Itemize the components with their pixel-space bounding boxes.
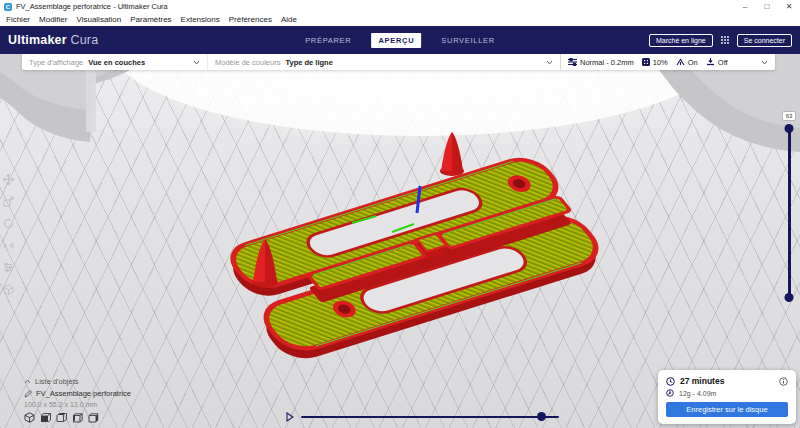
infill-value: 10% xyxy=(653,58,668,67)
view-right-icon[interactable] xyxy=(88,412,99,423)
pencil-icon xyxy=(24,390,32,398)
brand-logo: Ultimaker Cura xyxy=(8,33,98,47)
print-time: 27 minutes xyxy=(680,376,724,386)
view-settings-toolbar: Type d'affichage Vue en couches Modèle d… xyxy=(22,54,775,70)
menu-aide[interactable]: Aide xyxy=(281,15,297,24)
tab-surveiller[interactable]: SURVEILLER xyxy=(434,33,502,48)
move-icon[interactable] xyxy=(3,174,14,185)
app-grid-icon[interactable] xyxy=(720,35,730,45)
rotate-icon[interactable] xyxy=(3,218,14,229)
sign-in-button[interactable]: Se connecter xyxy=(737,34,792,47)
camera-view-presets xyxy=(24,412,131,423)
layer-slider-lower-handle[interactable] xyxy=(785,293,794,302)
mirror-icon[interactable] xyxy=(3,240,14,251)
adhesion-icon xyxy=(706,58,715,66)
maximize-button[interactable]: □ xyxy=(756,0,778,13)
menu-extensions[interactable]: Extensions xyxy=(181,15,220,24)
infill-icon xyxy=(642,58,650,66)
object-list-item[interactable]: FV_Assemblage perforatrice xyxy=(24,389,131,398)
view-front-icon[interactable] xyxy=(40,412,51,423)
chevron-up-icon xyxy=(24,379,31,384)
tool-column xyxy=(3,174,14,295)
brand-bold: Ultimaker xyxy=(8,33,67,47)
layer-slider-track[interactable] xyxy=(788,127,791,299)
view-left-icon[interactable] xyxy=(72,412,83,423)
support-value: On xyxy=(688,58,698,67)
support-setting: On xyxy=(676,58,698,67)
cura-logo-icon: C xyxy=(4,3,12,11)
layer-value-label: 63 xyxy=(782,111,796,121)
display-type-dropdown[interactable]: Type d'affichage Vue en couches xyxy=(22,54,208,70)
window-controls: – □ ✕ xyxy=(734,0,800,13)
adhesion-value: Off xyxy=(718,58,728,67)
save-to-disk-button[interactable]: Enregistrer sur le disque xyxy=(666,402,788,417)
menu-fichier[interactable]: Fichier xyxy=(6,15,30,24)
adhesion-setting: Off xyxy=(706,58,728,67)
material-usage: 12g - 4.09m xyxy=(679,390,716,397)
simulation-slider-handle[interactable] xyxy=(537,412,546,421)
tab-apercu[interactable]: APERÇU xyxy=(371,33,421,48)
clock-icon xyxy=(666,377,675,386)
profile-setting: Normal - 0.2mm xyxy=(568,58,634,67)
brand-light: Cura xyxy=(70,33,98,47)
color-scheme-dropdown[interactable]: Modèle de couleurs Type de ligne xyxy=(208,54,560,70)
material-icon xyxy=(666,389,674,397)
object-list-label: Liste d'objets xyxy=(35,377,79,386)
print-settings-panel[interactable]: Normal - 0.2mm 10% On xyxy=(560,54,775,70)
layer-slider-upper-handle[interactable] xyxy=(785,124,794,133)
menu-bar: Fichier Modifier Visualisation Paramètre… xyxy=(0,13,800,26)
infill-setting: 10% xyxy=(642,58,668,67)
object-dimensions: 100.0 x 55.2 x 13.0 mm xyxy=(24,401,131,408)
profile-value: Normal - 0.2mm xyxy=(580,58,634,67)
simulation-slider-track[interactable] xyxy=(301,416,559,419)
model-pin-back xyxy=(440,132,464,176)
view-3d-icon[interactable] xyxy=(24,412,35,423)
menu-parametres[interactable]: Paramètres xyxy=(130,15,171,24)
minimize-button[interactable]: – xyxy=(734,0,756,13)
chevron-down-icon xyxy=(546,60,553,65)
object-list-toggle[interactable]: Liste d'objets xyxy=(24,377,131,386)
menu-visualisation[interactable]: Visualisation xyxy=(76,15,121,24)
view-top-icon[interactable] xyxy=(56,412,67,423)
marketplace-button[interactable]: Marché en ligne xyxy=(649,34,713,47)
chevron-down-icon xyxy=(193,60,200,65)
menu-modifier[interactable]: Modifier xyxy=(39,15,67,24)
object-name: FV_Assemblage perforatrice xyxy=(36,389,131,398)
profile-sliders-icon xyxy=(568,58,577,66)
title-bar: C FV_Assemblage perforatrice - Ultimaker… xyxy=(0,0,800,13)
support-icon xyxy=(676,58,685,66)
info-icon[interactable] xyxy=(779,377,788,386)
per-model-settings-icon[interactable] xyxy=(3,262,14,273)
object-list: Liste d'objets FV_Assemblage perforatric… xyxy=(24,377,131,423)
viewport-3d[interactable]: Type d'affichage Vue en couches Modèle d… xyxy=(0,54,800,428)
simulation-slider xyxy=(286,412,559,422)
display-type-value: Vue en couches xyxy=(88,58,145,67)
display-type-label: Type d'affichage xyxy=(29,58,83,67)
menu-preferences[interactable]: Préférences xyxy=(229,15,272,24)
color-scheme-value: Type de ligne xyxy=(285,58,332,67)
color-scheme-label: Modèle de couleurs xyxy=(215,58,280,67)
app-header: Ultimaker Cura PRÉPARER APERÇU SURVEILLE… xyxy=(0,26,800,54)
stage-tabs: PRÉPARER APERÇU SURVEILLER xyxy=(298,33,502,48)
play-icon[interactable] xyxy=(286,412,294,422)
tab-preparer[interactable]: PRÉPARER xyxy=(298,33,358,48)
header-right: Marché en ligne Se connecter xyxy=(649,34,792,47)
chevron-down-icon[interactable] xyxy=(761,60,768,65)
scale-icon[interactable] xyxy=(3,196,14,207)
support-blocker-icon[interactable] xyxy=(3,284,14,295)
print-summary-card: 27 minutes 12g - 4.09m Enregistrer sur l… xyxy=(658,370,796,424)
close-button[interactable]: ✕ xyxy=(778,0,800,13)
window-title: FV_Assemblage perforatrice - Ultimaker C… xyxy=(16,2,168,11)
layer-slider[interactable]: 63 xyxy=(781,111,797,299)
